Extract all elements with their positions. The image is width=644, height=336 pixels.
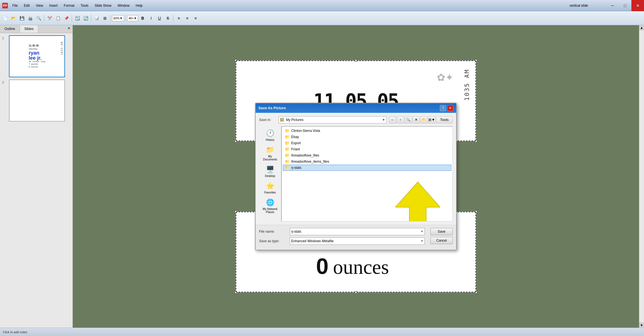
file-name-input[interactable]: rj-stats ▼	[290, 228, 425, 235]
menu-bar: File Edit View Insert Format Tools Slide…	[10, 3, 145, 8]
nav-my-documents[interactable]: 📁 My Documents	[260, 144, 280, 163]
canvas-area: 11.05.05 1035 AM ✿✦ 7	[73, 25, 639, 328]
save-button[interactable]: 💾	[18, 14, 26, 22]
tools-button[interactable]: Tools	[436, 116, 453, 123]
zoom-box[interactable]: 60% ▼	[112, 15, 124, 21]
save-as-type-value: Enhanced Windows Metafile	[291, 239, 421, 243]
chart-button[interactable]: 📊	[93, 14, 101, 22]
save-as-type-arrow[interactable]: ▼	[421, 239, 423, 242]
dialog-help-button[interactable]: ?	[440, 105, 446, 111]
tab-slides[interactable]: Slides	[20, 25, 38, 33]
slides-list: 1 11.05.05 saturday ryan lee jr. 20 inch…	[0, 33, 73, 328]
new-folder-button[interactable]: 📁	[420, 116, 428, 123]
file-name-5: threadsoflove_items_files	[291, 160, 329, 164]
file-name-arrow[interactable]: ▼	[421, 230, 423, 233]
nav-desktop-label: Desktop	[265, 174, 275, 178]
menu-insert[interactable]: Insert	[46, 3, 60, 8]
menu-help[interactable]: Help	[133, 3, 146, 8]
scroll-track[interactable]	[639, 30, 644, 323]
folder-icon: 🖼️	[280, 118, 284, 122]
list-item[interactable]: 📁 Friant	[283, 146, 451, 152]
dialog-body: Save in: 🖼️ My Pictures ▼ ← ↑ 🔍 ✕ 📁	[256, 113, 456, 225]
scroll-up-button[interactable]: ▲	[639, 25, 644, 30]
list-item[interactable]: 📁 threadsoflove_items_files	[283, 158, 451, 165]
tab-outline[interactable]: Outline	[0, 25, 20, 33]
menu-slideshow[interactable]: Slide Show	[92, 3, 114, 8]
arrow-container	[283, 179, 440, 221]
paste-button[interactable]: 📌	[62, 14, 70, 22]
menu-tools[interactable]: Tools	[78, 3, 91, 8]
history-icon: 🕐	[266, 129, 274, 137]
my-documents-icon: 📁	[266, 146, 274, 154]
save-in-value: My Pictures	[286, 118, 382, 122]
slide-thumb-2[interactable]: 2	[2, 80, 70, 122]
toolbar: 📄 📂 💾 🖨️ 🔍 ✂️ 📋 📌 ↩️ ↪️ 📊 ⊞ 60% ▼ 48+ ▼ …	[0, 11, 644, 25]
minimize-button[interactable]: ─	[606, 0, 619, 11]
open-button[interactable]: 📂	[10, 14, 17, 22]
folder-icon-0: 📁	[285, 129, 290, 133]
save-in-arrow[interactable]: ▼	[382, 118, 385, 122]
table-button[interactable]: ⊞	[101, 14, 109, 22]
nav-desktop[interactable]: 🖥️ Desktop	[260, 164, 280, 179]
align-left-button[interactable]: ≡	[175, 14, 183, 22]
delete-button[interactable]: ✕	[412, 116, 420, 123]
menu-window[interactable]: Window	[115, 3, 132, 8]
menu-edit[interactable]: Edit	[21, 3, 32, 8]
views-button[interactable]: ⊞▼	[428, 116, 435, 123]
underline-button[interactable]: U	[155, 14, 163, 22]
file-name-1: Ebay	[291, 135, 299, 139]
print-button[interactable]: 🖨️	[26, 14, 34, 22]
align-center-button[interactable]: ≡	[183, 14, 191, 22]
cut-button[interactable]: ✂️	[46, 14, 53, 22]
nav-network-places[interactable]: 🌐 My Network Places	[260, 197, 280, 216]
file-name-row: File name: rj-stats ▼	[259, 228, 425, 235]
save-in-combo[interactable]: 🖼️ My Pictures ▼	[279, 116, 387, 123]
save-as-type-combo[interactable]: Enhanced Windows Metafile ▼	[290, 237, 425, 245]
font-size-box[interactable]: 48+ ▼	[127, 15, 138, 21]
zoom-arrow[interactable]: ▼	[120, 17, 123, 20]
separator-1	[44, 15, 44, 22]
font-size-arrow[interactable]: ▼	[134, 17, 137, 20]
maximize-button[interactable]: □	[619, 0, 631, 11]
nav-history[interactable]: 🕐 History	[260, 127, 280, 143]
list-item[interactable]: 📁 rj-stats	[283, 165, 451, 171]
list-item[interactable]: 📁 Export	[283, 140, 451, 146]
undo-button[interactable]: ↩️	[73, 14, 81, 22]
nav-favorites-label: Favorites	[264, 191, 276, 194]
menu-file[interactable]: File	[10, 3, 20, 8]
align-right-button[interactable]: ≡	[192, 14, 199, 22]
slide1-vertical-text: 1035 AM	[61, 41, 63, 55]
list-item[interactable]: 📁 Ebay	[283, 134, 451, 140]
separator-2	[72, 15, 72, 22]
nav-favorites[interactable]: ⭐ Favorites	[260, 180, 280, 196]
scroll-down-button[interactable]: ▼	[639, 323, 644, 328]
panel-close-button[interactable]: ✕	[65, 25, 73, 33]
refresh-button[interactable]: 🔍	[405, 116, 412, 123]
preview-button[interactable]: 🔍	[35, 14, 43, 22]
file-list[interactable]: 📁 Clinton-Sierra Vista 📁 Ebay 📁 Export	[281, 126, 453, 221]
redo-button[interactable]: ↪️	[82, 14, 90, 22]
dialog-cancel-button[interactable]: Cancel	[430, 237, 453, 244]
strikethrough-button[interactable]: S	[164, 14, 172, 22]
dialog-close-button[interactable]: ✕	[447, 105, 453, 111]
save-in-label: Save in:	[259, 118, 279, 122]
list-item[interactable]: 📁 Clinton-Sierra Vista	[283, 128, 451, 134]
scrollbar-right[interactable]: ▲ ▼	[639, 25, 644, 328]
new-button[interactable]: 📄	[1, 14, 9, 22]
list-item[interactable]: 📁 threadsoflove_files	[283, 152, 451, 158]
italic-button[interactable]: I	[147, 14, 155, 22]
slide-thumb-1[interactable]: 1 11.05.05 saturday ryan lee jr. 20 inch…	[2, 35, 70, 77]
menu-format[interactable]: Format	[61, 3, 77, 8]
menu-view[interactable]: View	[33, 3, 46, 8]
nav-up-button[interactable]: ↑	[397, 116, 404, 123]
nav-back-button[interactable]: ←	[389, 116, 396, 123]
file-name-0: Clinton-Sierra Vista	[291, 129, 320, 133]
slide-preview-1[interactable]: 11.05.05 saturday ryan lee jr. 20 inches…	[9, 35, 65, 77]
close-button[interactable]: ✕	[631, 0, 644, 11]
dialog-save-button[interactable]: Save	[430, 228, 453, 235]
slide-preview-2[interactable]	[9, 80, 65, 122]
bold-button[interactable]: B	[139, 14, 146, 22]
copy-button[interactable]: 📋	[54, 14, 62, 22]
slide1-name1: ryan	[29, 50, 45, 55]
file-name-4: threadsoflove_files	[291, 153, 319, 157]
